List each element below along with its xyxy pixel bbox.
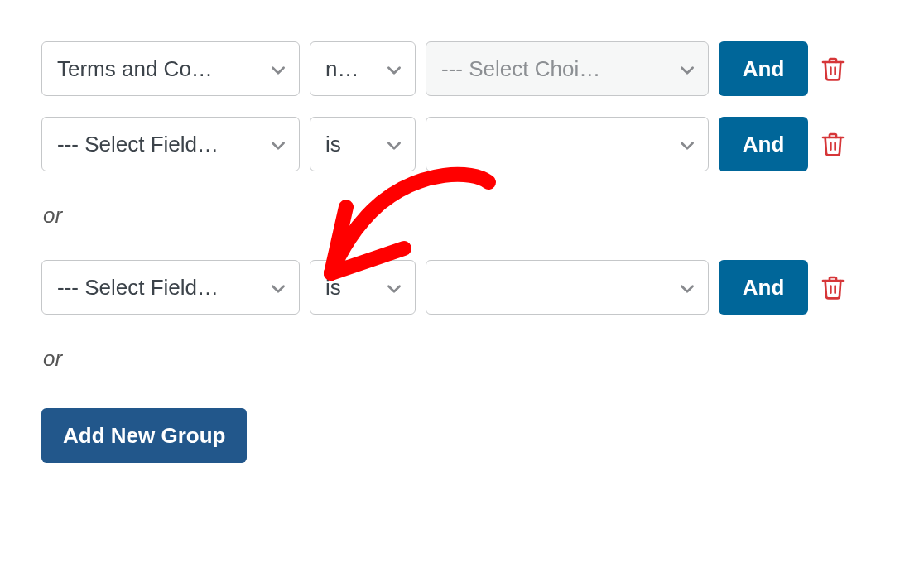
field-select[interactable]: --- Select Field… [41, 117, 300, 171]
trash-icon[interactable] [820, 131, 846, 157]
chevron-down-icon [269, 278, 287, 296]
field-select-label: Terms and Co… [57, 56, 259, 82]
chevron-down-icon [678, 278, 696, 296]
operator-select-label: is [325, 275, 375, 301]
field-select[interactable]: --- Select Field… [41, 260, 300, 315]
field-select-label: --- Select Field… [57, 275, 259, 301]
rule-row: Terms and Co… n… --- Select Choi… And [41, 41, 886, 96]
rule-row: --- Select Field… is And [41, 117, 886, 171]
value-select: --- Select Choi… [426, 41, 709, 96]
operator-select[interactable]: is [310, 260, 416, 315]
and-button[interactable]: And [719, 41, 808, 96]
and-button[interactable]: And [719, 260, 808, 315]
or-separator: or [43, 346, 886, 372]
chevron-down-icon [269, 60, 287, 78]
trash-icon[interactable] [820, 274, 846, 301]
chevron-down-icon [385, 135, 403, 153]
and-button[interactable]: And [719, 117, 808, 171]
operator-select[interactable]: n… [310, 41, 416, 96]
value-select-label: --- Select Choi… [441, 56, 668, 82]
chevron-down-icon [269, 135, 287, 153]
operator-select-label: is [325, 132, 375, 157]
field-select-label: --- Select Field… [57, 132, 259, 157]
or-separator: or [43, 203, 886, 229]
field-select[interactable]: Terms and Co… [41, 41, 300, 96]
operator-select-label: n… [325, 56, 375, 82]
chevron-down-icon [385, 278, 403, 296]
trash-icon[interactable] [820, 55, 846, 82]
chevron-down-icon [385, 60, 403, 78]
value-select[interactable] [426, 260, 709, 315]
operator-select[interactable]: is [310, 117, 416, 171]
add-new-group-button[interactable]: Add New Group [41, 408, 247, 463]
chevron-down-icon [678, 60, 696, 78]
chevron-down-icon [678, 135, 696, 153]
value-select[interactable] [426, 117, 709, 171]
rule-row: --- Select Field… is And [41, 260, 886, 315]
